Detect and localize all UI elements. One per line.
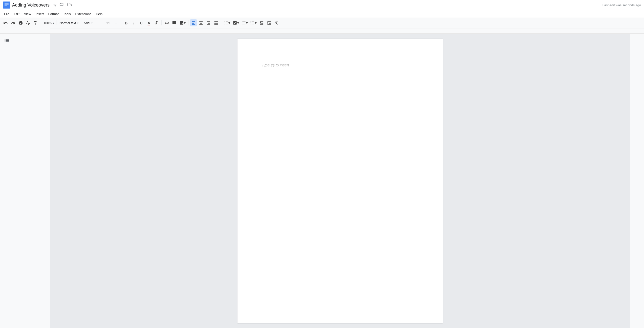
- align-left-button[interactable]: [190, 19, 197, 26]
- bold-button[interactable]: B: [123, 19, 130, 26]
- left-sidebar: [0, 34, 50, 328]
- placeholder-text: Type @ to insert: [262, 63, 289, 67]
- menu-file[interactable]: File: [2, 11, 11, 17]
- zoom-select[interactable]: 100% ▾: [43, 21, 55, 25]
- divider-1: [41, 20, 41, 25]
- menu-view[interactable]: View: [22, 11, 33, 17]
- align-right-button[interactable]: [205, 19, 212, 26]
- svg-rect-2: [5, 5, 9, 5]
- title-bar: Adding Voiceovers ☆ Last edit was second…: [0, 0, 644, 10]
- italic-button[interactable]: I: [130, 19, 137, 26]
- highlight-button[interactable]: [153, 19, 160, 26]
- print-button[interactable]: [17, 19, 24, 26]
- underline-button[interactable]: U: [138, 19, 145, 26]
- cloud-icon[interactable]: [67, 2, 72, 8]
- document-title[interactable]: Adding Voiceovers: [12, 3, 50, 8]
- increase-indent-button[interactable]: [266, 19, 273, 26]
- spellcheck-button[interactable]: [25, 19, 32, 26]
- font-size-control: − 11 +: [97, 19, 119, 26]
- last-edit-status: Last edit was seconds ago: [602, 3, 641, 7]
- menu-edit[interactable]: Edit: [12, 11, 21, 17]
- document-page[interactable]: Type @ to insert: [237, 39, 443, 323]
- toolbar: 100% ▾ Normal text ▾ Arial ▾ − 11 + B I …: [0, 18, 644, 28]
- font-size-value[interactable]: 11: [104, 21, 112, 25]
- numbered-list-button[interactable]: ▾: [249, 19, 258, 26]
- insert-image-button[interactable]: ▾: [178, 19, 187, 26]
- undo-button[interactable]: [2, 19, 9, 26]
- main-content: Type @ to insert: [0, 34, 644, 328]
- divider-7: [188, 20, 188, 25]
- line-spacing-button[interactable]: ▾: [223, 19, 231, 26]
- justify-button[interactable]: [213, 19, 220, 26]
- align-center-button[interactable]: [197, 19, 205, 26]
- menu-extensions[interactable]: Extensions: [73, 11, 93, 17]
- divider-6: [162, 20, 162, 25]
- divider-3: [81, 20, 81, 25]
- canvas-area[interactable]: Type @ to insert: [50, 34, 630, 328]
- insert-link-button[interactable]: [163, 19, 170, 26]
- text-color-button[interactable]: A: [145, 19, 152, 26]
- outline-toggle[interactable]: [3, 37, 11, 46]
- font-size-decrease[interactable]: −: [97, 19, 104, 26]
- decrease-indent-button[interactable]: [258, 19, 265, 26]
- divider-5: [121, 20, 121, 25]
- font-size-increase[interactable]: +: [112, 19, 119, 26]
- clear-formatting-button[interactable]: [273, 19, 280, 26]
- menu-help[interactable]: Help: [94, 11, 105, 17]
- star-icon[interactable]: ☆: [53, 2, 57, 8]
- font-select[interactable]: Arial ▾: [83, 21, 94, 25]
- menu-tools[interactable]: Tools: [61, 11, 73, 17]
- app-icon: [3, 2, 10, 9]
- right-sidebar: [630, 34, 644, 328]
- bullet-list-button[interactable]: ▾: [240, 19, 249, 26]
- folder-icon[interactable]: [59, 2, 65, 8]
- svg-rect-3: [5, 6, 7, 6]
- redo-button[interactable]: [10, 19, 17, 26]
- menu-insert[interactable]: Insert: [33, 11, 46, 17]
- menu-bar: File Edit View Insert Format Tools Exten…: [0, 10, 644, 18]
- divider-8: [221, 20, 221, 25]
- menu-format[interactable]: Format: [46, 11, 61, 17]
- divider-4: [95, 20, 95, 25]
- svg-rect-1: [5, 4, 9, 4]
- paint-format-button[interactable]: [32, 19, 39, 26]
- checklist-button[interactable]: ▾: [232, 19, 240, 26]
- divider-2: [57, 20, 57, 25]
- insert-comment-button[interactable]: [171, 19, 178, 26]
- ruler: [0, 28, 644, 34]
- style-select[interactable]: Normal text ▾: [58, 21, 79, 25]
